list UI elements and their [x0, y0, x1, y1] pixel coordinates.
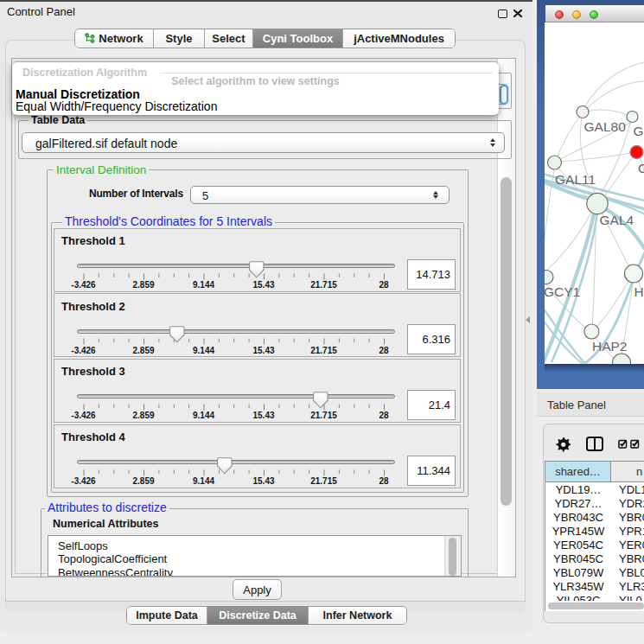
svg-text:G.: G.	[634, 124, 644, 138]
svg-text:C: C	[638, 161, 644, 175]
svg-text:HAP2: HAP2	[592, 339, 628, 354]
svg-text:GCY1: GCY1	[545, 284, 580, 299]
svg-text:GAL11: GAL11	[555, 172, 596, 187]
svg-text:GAL4: GAL4	[600, 213, 634, 227]
svg-text:H: H	[634, 284, 644, 299]
svg-text:GAL80: GAL80	[584, 119, 627, 134]
